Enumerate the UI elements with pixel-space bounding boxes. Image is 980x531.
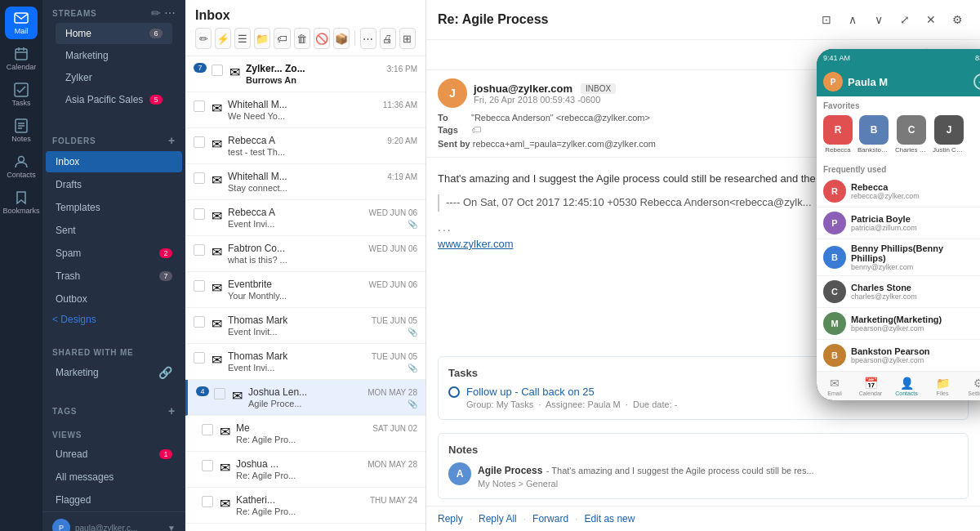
forward-button[interactable]: Forward [532,513,568,524]
compose-icon[interactable]: ✏ [151,7,161,20]
next-button[interactable]: ∨ [867,8,890,31]
sidebar-item-asia-pacific[interactable]: Asia Pacific Sales 5 [56,89,172,110]
app-icon-calendar[interactable]: Calendar [5,42,38,75]
sidebar-item-trash[interactable]: Trash 7 [46,266,182,287]
compose-button[interactable]: ✏ [195,28,212,49]
email-checkbox[interactable] [194,280,205,292]
email-checkbox[interactable] [194,100,205,112]
archive-button[interactable]: 📦 [333,28,350,49]
sidebar-item-all-messages[interactable]: All messages [46,466,182,488]
sidebar-item-templates[interactable]: Templates [46,197,182,218]
email-checkbox[interactable] [194,316,205,328]
task-link[interactable]: Follow up - Call back on 25 [466,386,677,398]
email-row[interactable]: ✉ Joshua ... MON MAY 28 Re: Agile Pro... [185,452,425,488]
mobile-contact-row[interactable]: R Rebecca rebecca@zylker.com ★ [817,176,980,207]
mobile-nav-contacts[interactable]: 👤 Contacts [889,377,924,396]
sidebar-item-inbox[interactable]: Inbox [46,151,182,172]
reply-all-button[interactable]: Reply All [479,513,517,524]
sidebar-item-home[interactable]: Home 6 [56,23,172,44]
email-checkbox[interactable] [194,208,205,220]
email-row[interactable]: ✉ Rebecca A WED JUN 06 Event Invi... 📎 [185,200,425,236]
email-row[interactable]: ✉ Thomas Mark TUE JUN 05 Event Invi... 📎 [185,344,425,380]
filter-button[interactable]: ⚡ [215,28,231,49]
fav-item-charles[interactable]: C Charles St... [895,115,928,154]
mobile-contact-row[interactable]: M Marketing(Marketing) bpearson@zylker.c… [817,308,980,340]
email-checkbox[interactable] [194,244,205,256]
edit-as-new-button[interactable]: Edit as new [584,513,635,524]
add-folder-icon[interactable]: + [168,134,176,147]
email-checkbox[interactable] [202,424,213,435]
sort-button[interactable]: ☰ [234,28,251,49]
grid-button[interactable]: ⊞ [399,28,416,49]
shared-marketing-label: Marketing [56,367,158,378]
sidebar-item-spam[interactable]: Spam 2 [46,243,182,264]
email-row[interactable]: ✉ Fabtron Co... WED JUN 06 what is this?… [185,236,425,272]
add-tag-icon[interactable]: + [168,404,176,417]
views-label: VIEWS [52,431,82,440]
sidebar-item-shared-marketing[interactable]: Marketing 🔗 [46,361,182,384]
sidebar-item-marketing[interactable]: Marketing [56,45,172,66]
sidebar-item-outbox[interactable]: Outbox [46,288,182,310]
tags-icon[interactable]: 🏷 [471,124,481,136]
sidebar-item-sent[interactable]: Sent [46,220,182,241]
mobile-nav-calendar[interactable]: 📅 Calendar [853,377,889,396]
email-checkbox[interactable] [194,172,205,184]
email-checkbox[interactable] [212,65,223,76]
email-checkbox[interactable] [194,352,205,364]
folder-button[interactable]: 📁 [254,28,270,49]
expand-button[interactable]: ⤢ [893,8,916,31]
sidebar-item-flagged[interactable]: Flagged [46,489,182,511]
app-icon-tasks[interactable]: Tasks [5,78,38,111]
fav-item-rebecca[interactable]: R Rebecca [823,115,853,154]
email-row[interactable]: ✉ Me SAT JUN 02 Re: Agile Pro... [185,416,425,452]
settings-button[interactable]: ⚙ [946,8,969,31]
email-row[interactable]: ✉ Thomas Mark TUE JUN 05 Event Invit... … [185,308,425,344]
email-row[interactable]: 7 ✉ Zylker... Zo... 3:16 PM Burrows An [185,56,425,92]
popout-button[interactable]: ⊡ [815,8,838,31]
mobile-contact-row[interactable]: B Bankston Pearson bpearson@zylker.com ★ [817,340,980,371]
sidebar-item-unread[interactable]: Unread 1 [46,444,182,465]
streams-more-icon[interactable]: ⋯ [164,7,176,20]
sent-by-value: rebecca+aml_=paula=zylker.com@zylker.com [473,139,656,149]
email-checkbox[interactable] [194,136,205,148]
folders-header: FOLDERS + [42,124,185,150]
email-checkbox[interactable] [202,460,213,471]
app-icon-notes[interactable]: Notes [5,114,38,147]
sidebar-item-drafts[interactable]: Drafts [46,174,182,195]
reply-button[interactable]: Reply [438,513,463,524]
fav-item-bankston[interactable]: B Bankston... [858,115,890,154]
print-button[interactable]: 🖨 [380,28,396,49]
more-button[interactable]: ⋯ [360,28,376,49]
sidebar-item-zylker[interactable]: Zylker [56,67,172,88]
email-row[interactable]: ✉ Katheri... THU MAY 24 Re: Agile Pro... [185,488,425,524]
email-row-active[interactable]: 4 ✉ Joshua Len... MON MAY 28 Agile Proce… [185,380,425,416]
email-icon: ✉ [210,244,223,260]
email-row[interactable]: ✉ Whitehall M... 4:19 AM Stay connect... [185,164,425,200]
mobile-contact-row[interactable]: C Charles Stone charles@zylker.com ★ [817,276,980,308]
email-row[interactable]: ✉ Eventbrite WED JUN 06 Your Monthly... [185,272,425,308]
website-link[interactable]: www.zylker.com [438,238,513,250]
email-time: THU MAY 24 [370,496,417,505]
app-icon-contacts[interactable]: Contacts [5,150,38,183]
fav-item-justin[interactable]: J Justin Case [933,115,965,154]
prev-button[interactable]: ∧ [841,8,864,31]
email-row[interactable]: ✉ Rebecca A 9:20 AM test - test Th... [185,128,425,164]
delete-button[interactable]: 🗑 [294,28,310,49]
mobile-add-button[interactable]: + [973,74,980,90]
mobile-nav-email[interactable]: ✉ Email [817,377,853,396]
tag-button[interactable]: 🏷 [274,28,290,49]
email-row[interactable]: ✉ Whitehall M... 11:36 AM We Need Yo... [185,92,425,128]
email-checkbox[interactable] [202,496,213,507]
app-icon-mail[interactable]: Mail [5,7,38,39]
user-chevron-icon[interactable]: ▼ [167,524,176,532]
mobile-contact-row[interactable]: P Patricia Boyle patricia@zillum.com ★ [817,207,980,239]
block-button[interactable]: 🚫 [314,28,330,49]
mobile-contact-row[interactable]: B Benny Phillips(Benny Phillips) benny@z… [817,239,980,276]
email-row[interactable]: ✉ Rebec... MON MAY 21 Agile Proce... 📎 [185,524,425,531]
close-button[interactable]: ✕ [920,8,942,31]
email-checkbox[interactable] [214,388,225,399]
mobile-nav-files[interactable]: 📁 Files [924,377,960,396]
mobile-nav-settings[interactable]: ⚙ Settings [960,377,980,396]
app-icon-bookmarks[interactable]: Bookmarks [5,186,38,219]
sidebar-item-designs[interactable]: < Designs [42,310,185,328]
